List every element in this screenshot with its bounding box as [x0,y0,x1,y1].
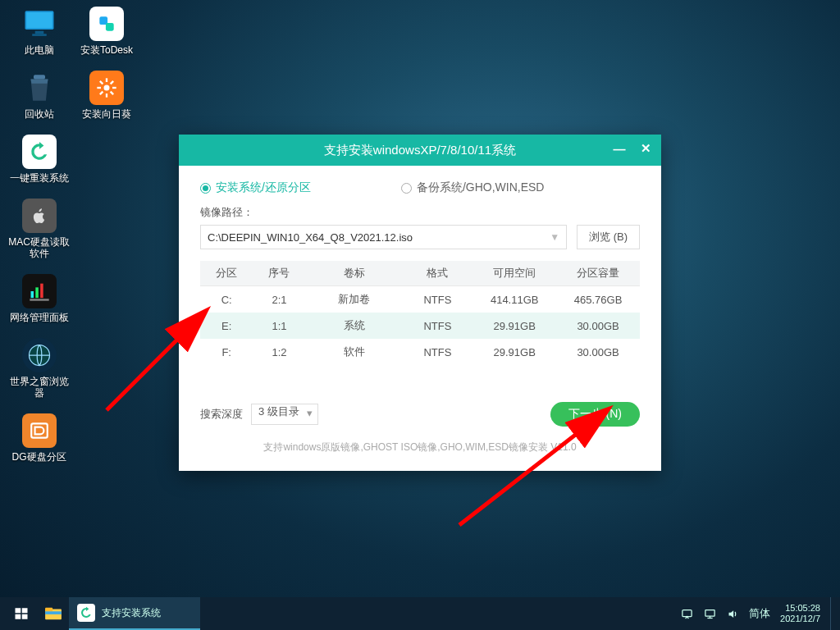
cell-part: E: [200,313,253,339]
desktop-icon-recycle-bin[interactable]: 回收站 [8,71,70,120]
cell-fmt: NTFS [403,313,473,339]
cell-cap: 465.76GB [556,286,640,313]
table-row[interactable]: F:1:2软件NTFS29.91GB30.00GB [200,339,640,365]
desktop-icon-world-browser[interactable]: 世界之窗浏览器 [8,338,70,399]
col-sequence: 序号 [253,261,305,286]
apple-icon [22,199,57,233]
reinstall-icon [22,135,57,169]
desktop-icon-this-pc[interactable]: 此电脑 [8,7,70,56]
desktop-label: 一键重装系统 [8,172,70,184]
monitor-icon [22,7,57,41]
col-format: 格式 [403,261,473,286]
tray-ime[interactable]: 简体 [749,606,770,621]
svg-rect-8 [30,299,48,300]
taskbar-active-app[interactable]: 支持安装系统 [69,597,200,630]
start-button[interactable] [5,597,38,630]
browse-button[interactable]: 浏览 (B) [577,225,640,249]
desktop-label: 此电脑 [8,44,70,56]
todesk-icon [89,7,124,41]
tab-backup[interactable]: 备份系统/GHO,WIN,ESD [401,180,545,195]
tray-time: 15:05:28 [780,603,820,614]
svg-rect-33 [705,609,714,616]
col-free: 可用空间 [472,261,556,286]
close-button[interactable]: ✕ [638,141,653,156]
cell-free: 29.91GB [472,339,556,365]
bin-icon [22,71,57,105]
col-volume: 卷标 [306,261,403,286]
svg-rect-4 [34,75,45,79]
cell-part: C: [200,286,253,313]
chevron-down-icon: ▼ [550,231,559,243]
desktop-label: 安装ToDesk [70,44,144,56]
svg-rect-26 [22,608,28,613]
radio-icon [200,183,211,194]
desktop-label: DG硬盘分区 [8,451,70,463]
cell-vol: 新加卷 [306,286,403,313]
radio-icon [401,183,412,194]
svg-rect-25 [16,608,21,613]
col-partition: 分区 [200,261,253,286]
installer-window: 支持安装windowsXP/7/8/10/11系统 — ✕ 安装系统/还原分区 … [179,135,661,471]
tray-volume-icon[interactable] [726,607,739,620]
desktop-label: 世界之窗浏览器 [8,376,70,399]
partition-table: 分区 序号 卷标 格式 可用空间 分区容量 C:2:1新加卷NTFS414.11… [200,261,640,365]
show-desktop-button[interactable] [830,597,835,630]
disk-icon [22,413,57,448]
search-depth-value: 3 级目录 [258,405,299,418]
sunflower-icon [89,71,124,105]
desktop-icon-dg[interactable]: DG硬盘分区 [8,413,70,463]
tab-install[interactable]: 安装系统/还原分区 [200,180,311,195]
svg-rect-7 [40,284,43,299]
svg-rect-11 [31,423,48,437]
svg-rect-5 [30,291,34,298]
cell-cap: 30.00GB [556,339,640,365]
globe-icon [22,338,57,372]
svg-line-21 [100,92,103,95]
svg-rect-13 [106,23,114,31]
cell-part: F: [200,339,253,365]
desktop-icon-macdisk[interactable]: MAC硬盘读取软件 [8,199,70,259]
tab-label: 备份系统/GHO,WIN,ESD [417,180,545,195]
taskbar-explorer[interactable] [38,601,69,626]
cell-seq: 1:1 [253,313,305,339]
cell-seq: 2:1 [253,286,305,313]
desktop-label: 回收站 [8,108,70,120]
desktop-icon-netpanel[interactable]: 网络管理面板 [8,274,70,323]
desktop-label: 网络管理面板 [8,312,70,323]
desktop-icon-reinstall[interactable]: 一键重装系统 [8,135,70,184]
tab-label: 安装系统/还原分区 [216,180,311,195]
svg-rect-32 [682,609,691,616]
desktop-icon-todesk[interactable]: 安装ToDesk [70,7,144,56]
desktop-label: 安装向日葵 [70,108,144,120]
image-path-combo[interactable]: C:\DEEPIN_WIN10_X64_Q8_V2021.12.iso ▼ [200,225,567,249]
tray-clock[interactable]: 15:05:28 2021/12/7 [780,603,820,624]
tray-action-center-icon[interactable] [680,607,693,620]
image-path-label: 镜像路径： [179,205,661,220]
svg-line-22 [111,81,114,84]
svg-rect-6 [35,287,39,298]
tray-date: 2021/12/7 [780,614,820,624]
cell-fmt: NTFS [403,339,473,365]
tray-network-icon[interactable] [703,607,716,620]
reinstall-icon [77,604,95,622]
desktop-label: MAC硬盘读取软件 [8,236,70,259]
svg-rect-3 [32,34,47,36]
image-path-value: C:\DEEPIN_WIN10_X64_Q8_V2021.12.iso [208,231,413,244]
table-row[interactable]: C:2:1新加卷NTFS414.11GB465.76GB [200,286,640,313]
table-row[interactable]: E:1:1系统NTFS29.91GB30.00GB [200,313,640,339]
desktop-icon-sunflower[interactable]: 安装向日葵 [70,71,144,120]
footer-hint: 支持windows原版镜像,GHOST ISO镜像,GHO,WIM,ESD镜像安… [179,441,661,454]
svg-rect-27 [16,614,21,619]
next-button[interactable]: 下一步 (N) [550,402,640,427]
titlebar[interactable]: 支持安装windowsXP/7/8/10/11系统 — ✕ [179,135,661,166]
cell-vol: 软件 [306,339,403,365]
svg-rect-1 [26,12,52,28]
cell-vol: 系统 [306,313,403,339]
svg-point-14 [104,85,110,91]
chart-icon [22,274,57,308]
col-capacity: 分区容量 [556,261,640,286]
window-title: 支持安装windowsXP/7/8/10/11系统 [324,143,516,158]
svg-rect-28 [22,614,28,619]
minimize-button[interactable]: — [612,141,627,156]
search-depth-select[interactable]: 3 级目录 [251,404,318,425]
